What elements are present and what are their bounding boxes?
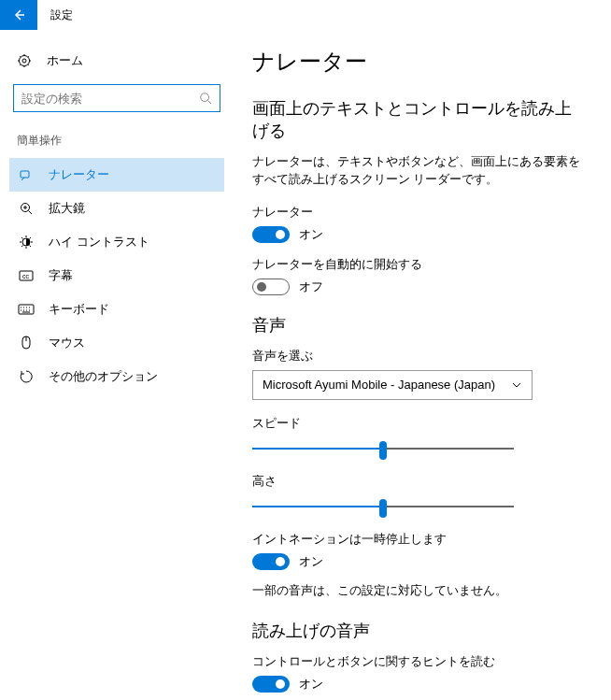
sidebar-item-label: 字幕 <box>49 267 73 284</box>
arrow-left-icon <box>11 7 26 22</box>
sidebar-item-highcontrast[interactable]: ハイ コントラスト <box>9 225 224 259</box>
svg-point-1 <box>22 59 26 63</box>
options-icon <box>17 369 36 384</box>
toggle-state: オン <box>299 226 323 243</box>
intonation-toggle-label: イントネーションは一時停止します <box>252 531 585 548</box>
sidebar-item-keyboard[interactable]: キーボード <box>9 293 224 326</box>
sidebar-item-magnifier[interactable]: 拡大鏡 <box>9 192 224 225</box>
intonation-toggle[interactable] <box>252 553 290 570</box>
autostart-toggle-label: ナレーターを自動的に開始する <box>252 256 585 273</box>
toggle-state: オン <box>299 676 323 693</box>
page-title: ナレーター <box>252 47 585 77</box>
content-area: ナレーター 画面上のテキストとコントロールを読み上げる ナレーターは、テキストや… <box>234 30 611 700</box>
sidebar-item-label: マウス <box>49 335 85 351</box>
voice-section-heading: 音声 <box>252 314 585 336</box>
voice-select[interactable]: Microsoft Ayumi Mobile - Japanese (Japan… <box>252 370 533 400</box>
captions-icon: cc <box>17 269 36 282</box>
sidebar-item-narrator[interactable]: ナレーター <box>9 158 224 192</box>
home-link[interactable]: ホーム <box>9 45 224 79</box>
section-desc: ナレーターは、テキストやボタンなど、画面上にある要素をすべて読み上げるスクリーン… <box>252 153 585 189</box>
speed-label: スピード <box>252 415 585 432</box>
narrator-toggle[interactable] <box>252 226 290 243</box>
voice-select-value: Microsoft Ayumi Mobile - Japanese (Japan… <box>263 378 495 392</box>
back-button[interactable] <box>0 0 37 30</box>
hints-toggle[interactable] <box>252 676 290 693</box>
reading-section-heading: 読み上げの音声 <box>252 620 585 642</box>
voice-select-label: 音声を選ぶ <box>252 348 585 364</box>
magnifier-icon <box>17 201 36 216</box>
sidebar: ホーム 簡単操作 ナレーター 拡大鏡 ハイ コントラスト cc 字幕 キーボード <box>0 30 234 700</box>
home-label: ホーム <box>47 52 83 69</box>
home-icon <box>15 53 34 68</box>
sidebar-item-label: ハイ コントラスト <box>49 234 149 250</box>
pitch-slider[interactable] <box>252 495 514 518</box>
speed-slider[interactable] <box>252 437 514 460</box>
toggle-state: オフ <box>299 279 323 295</box>
sidebar-item-label: 拡大鏡 <box>49 200 85 217</box>
window-title: 設定 <box>50 7 73 23</box>
section-heading: 画面上のテキストとコントロールを読み上げる <box>252 97 585 142</box>
svg-point-0 <box>20 56 30 66</box>
search-input[interactable] <box>13 84 220 112</box>
mouse-icon <box>17 336 36 350</box>
sidebar-item-label: キーボード <box>49 301 109 318</box>
narrator-icon <box>17 167 36 182</box>
autostart-toggle[interactable] <box>252 279 290 295</box>
sidebar-item-mouse[interactable]: マウス <box>9 326 224 360</box>
svg-rect-3 <box>21 171 29 178</box>
search-field[interactable] <box>21 92 199 106</box>
sidebar-section-label: 簡単操作 <box>9 129 224 158</box>
toggle-state: オン <box>299 553 323 570</box>
sidebar-item-other[interactable]: その他のオプション <box>9 360 224 393</box>
chevron-down-icon <box>511 379 522 391</box>
sidebar-item-label: ナレーター <box>49 166 109 183</box>
keyboard-icon <box>17 304 36 315</box>
sidebar-item-captions[interactable]: cc 字幕 <box>9 259 224 293</box>
search-icon <box>199 92 212 105</box>
sidebar-item-label: その他のオプション <box>49 368 158 385</box>
titlebar: 設定 <box>0 0 611 30</box>
svg-point-2 <box>201 93 209 102</box>
narrator-toggle-label: ナレーター <box>252 204 585 221</box>
svg-text:cc: cc <box>22 273 30 279</box>
contrast-icon <box>17 235 36 250</box>
hints-toggle-label: コントロールとボタンに関するヒントを読む <box>252 653 585 670</box>
voice-note: 一部の音声は、この設定に対応していません。 <box>252 583 585 599</box>
pitch-label: 高さ <box>252 473 585 490</box>
